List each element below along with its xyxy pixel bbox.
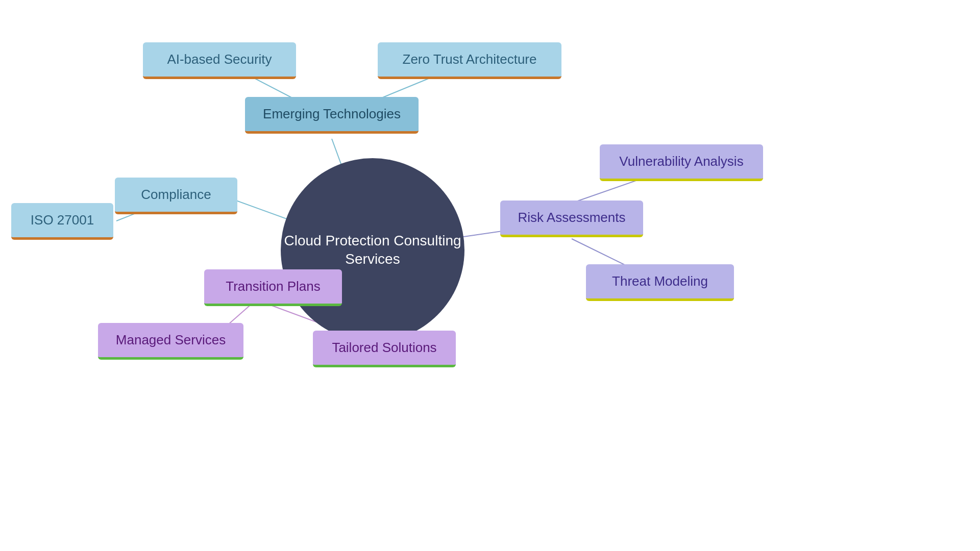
iso27001-node: ISO 27001 [11,203,113,240]
transition-plans-label: Transition Plans [226,279,320,294]
tailored-solutions-node: Tailored Solutions [313,331,456,367]
ai-security-label: AI-based Security [167,52,272,67]
tailored-solutions-label: Tailored Solutions [332,340,436,356]
compliance-node: Compliance [115,178,237,214]
threat-modeling-label: Threat Modeling [612,273,708,289]
ai-security-node: AI-based Security [143,42,296,79]
zero-trust-node: Zero Trust Architecture [378,42,561,79]
threat-modeling-node: Threat Modeling [586,264,734,301]
center-node: Cloud Protection Consulting Services [281,158,464,342]
managed-services-label: Managed Services [116,332,226,348]
zero-trust-label: Zero Trust Architecture [403,52,537,67]
compliance-label: Compliance [141,187,211,203]
risk-assessments-label: Risk Assessments [518,210,626,226]
vulnerability-analysis-label: Vulnerability Analysis [619,154,743,169]
emerging-technologies-label: Emerging Technologies [263,106,401,122]
managed-services-node: Managed Services [98,323,243,360]
center-label: Cloud Protection Consulting Services [281,232,464,269]
iso27001-label: ISO 27001 [31,212,94,228]
transition-plans-node: Transition Plans [204,269,342,306]
emerging-technologies-node: Emerging Technologies [245,97,419,134]
vulnerability-analysis-node: Vulnerability Analysis [600,144,763,181]
risk-assessments-node: Risk Assessments [500,201,643,237]
